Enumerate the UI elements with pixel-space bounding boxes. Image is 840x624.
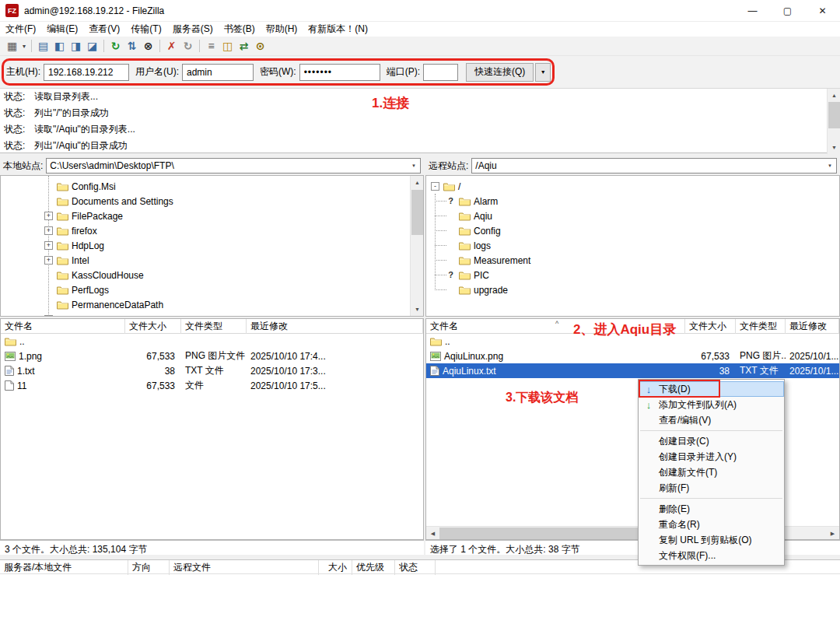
queue-column-header[interactable]: 状态 — [395, 560, 436, 575]
tree-item[interactable]: PerfLogs — [1, 282, 423, 297]
queue-column-header[interactable]: 优先级 — [352, 560, 395, 575]
tree-item[interactable]: logs — [426, 238, 839, 253]
context-menu-item[interactable]: 创建目录(C) — [639, 433, 784, 449]
password-input[interactable] — [299, 64, 380, 81]
refresh-icon[interactable]: ↻ — [107, 38, 124, 54]
local-site-combo[interactable]: C:\Users\admin\Desktop\FTP\ ▼ — [46, 158, 421, 174]
file-row[interactable]: 1.png67,533PNG 图片文件2025/10/10 17:4... — [1, 349, 423, 363]
disconnect-icon[interactable]: ✗ — [163, 38, 180, 54]
file-row[interactable]: AqiuLinux.txt38TXT 文件2025/10/1... — [426, 363, 839, 378]
menubar-item[interactable]: 查看(V) — [83, 23, 125, 36]
toggle-transfer-queue-icon[interactable]: ◪ — [84, 38, 100, 54]
tree-item[interactable]: Config — [426, 223, 839, 238]
column-header[interactable]: 文件名 — [1, 319, 125, 334]
context-menu-item[interactable]: 文件权限(F)... — [639, 548, 784, 563]
log-scroll-thumb[interactable] — [828, 102, 840, 128]
tree-expand-plus[interactable]: + — [44, 256, 53, 265]
column-header[interactable]: 最近修改 — [786, 319, 839, 334]
file-row[interactable]: 1167,533文件2025/10/10 17:5... — [1, 378, 423, 393]
column-header[interactable]: 文件大小 — [125, 319, 181, 334]
toggle-remote-tree-icon[interactable]: ◨ — [68, 38, 84, 54]
menubar-item[interactable]: 帮助(H) — [261, 23, 303, 36]
menubar-item[interactable]: 传输(T) — [125, 23, 166, 36]
log-scrollbar[interactable]: ▲ ▼ — [827, 89, 840, 154]
quickconnect-dropdown[interactable]: ▼ — [535, 63, 551, 82]
file-row[interactable]: AqiuLinux.png67,533PNG 图片...2025/10/1... — [426, 349, 839, 363]
tree-item[interactable]: +firefox — [1, 223, 423, 238]
queue-column-header[interactable]: 大小 — [319, 560, 352, 575]
tree-item[interactable]: Measurement — [426, 253, 839, 268]
tree-expand-plus[interactable]: + — [44, 226, 53, 235]
tree-item[interactable]: ?Alarm — [426, 194, 839, 209]
tree-item[interactable]: KassCloudHouse — [1, 268, 423, 282]
column-header[interactable]: 文件类型 — [181, 319, 247, 334]
column-header[interactable]: 最近修改 — [247, 319, 423, 334]
process-queue-icon[interactable]: ⇅ — [124, 38, 140, 54]
queue-column-header[interactable]: 服务器/本地文件 — [0, 560, 128, 575]
file-type: PNG 图片... — [736, 349, 786, 363]
port-input[interactable] — [423, 64, 458, 81]
tree-item[interactable]: PermanenceDataPath — [1, 297, 423, 312]
remote-site-combo[interactable]: /Aqiu ▼ — [471, 158, 837, 174]
queue-column-header[interactable]: 方向 — [128, 560, 170, 575]
tree-expand-plus[interactable]: + — [44, 315, 53, 317]
chevron-down-icon[interactable]: ▼ — [408, 159, 420, 173]
tree-item[interactable]: Config.Msi — [1, 179, 423, 194]
scroll-down-icon[interactable]: ▼ — [828, 141, 840, 154]
host-input[interactable] — [44, 64, 129, 81]
synchronized-browsing-icon[interactable]: ⇄ — [236, 38, 252, 54]
tree-item[interactable]: +Intel — [1, 253, 423, 268]
minimize-button[interactable]: — — [735, 0, 770, 22]
context-menu-item[interactable]: 复制 URL 到剪贴板(O) — [639, 532, 784, 548]
tree-item[interactable]: +FilePackage — [1, 209, 423, 223]
dropdown-caret-icon[interactable]: ▾ — [20, 43, 28, 50]
tree-expand-plus[interactable]: + — [44, 212, 53, 220]
maximize-button[interactable]: ▢ — [770, 0, 805, 22]
column-header[interactable]: 文件大小 — [685, 319, 736, 334]
context-menu-item[interactable]: 刷新(F) — [639, 480, 784, 496]
context-menu-item[interactable]: 删除(E) — [639, 501, 784, 517]
tree-item[interactable]: +Program Files — [1, 312, 423, 317]
column-header[interactable]: 文件类型 — [736, 319, 786, 334]
context-menu-item[interactable]: 重命名(R) — [639, 517, 784, 532]
column-header-label: 最近修改 — [250, 321, 288, 331]
tree-expand-plus[interactable]: + — [44, 241, 53, 250]
tree-item[interactable]: ?PIC — [426, 268, 839, 282]
toggle-local-tree-icon[interactable]: ◧ — [51, 38, 68, 54]
username-input[interactable] — [182, 64, 254, 81]
file-name-cell: AqiuLinux.png — [426, 349, 685, 363]
file-row[interactable]: 1.txt38TXT 文件2025/10/10 17:3... — [1, 363, 423, 378]
quickconnect-button[interactable]: 快速连接(Q) — [466, 63, 534, 82]
menubar-item[interactable]: 有新版本！(N) — [303, 23, 373, 36]
reconnect-icon[interactable]: ↻ — [180, 38, 196, 54]
tree-item[interactable]: Documents and Settings — [1, 194, 423, 209]
site-manager-icon[interactable]: ▦ — [4, 38, 20, 54]
toolbar-separator — [31, 40, 32, 52]
tree-item[interactable]: Aqiu — [426, 209, 839, 223]
tree-item[interactable]: +HdpLog — [1, 238, 423, 253]
compare-directories-icon[interactable]: ◫ — [219, 38, 236, 54]
tree-item[interactable]: upgrade — [426, 282, 839, 297]
context-menu-item[interactable]: 创建新文件(T) — [639, 464, 784, 480]
scroll-up-icon[interactable]: ▲ — [828, 89, 840, 102]
file-row[interactable]: .. — [1, 334, 423, 349]
toggle-message-log-icon[interactable]: ▤ — [35, 38, 51, 54]
scroll-right-icon[interactable]: ▶ — [826, 527, 839, 540]
find-files-icon[interactable]: ⊙ — [252, 38, 268, 54]
tree-expand-minus[interactable]: - — [431, 182, 439, 191]
scroll-left-icon[interactable]: ◀ — [426, 527, 439, 540]
context-menu-item[interactable]: 查看/编辑(V) — [639, 412, 784, 428]
menubar-item[interactable]: 书签(B) — [219, 23, 261, 36]
menubar-item[interactable]: 文件(F) — [0, 23, 41, 36]
tree-item[interactable]: -/ — [426, 179, 839, 194]
context-menu-item[interactable]: ↓添加文件到队列(A) — [639, 397, 784, 412]
menubar-item[interactable]: 服务器(S) — [167, 23, 219, 36]
context-menu-item[interactable]: ↓下载(D) — [639, 381, 784, 397]
chevron-down-icon[interactable]: ▼ — [824, 159, 836, 173]
close-button[interactable]: ✕ — [805, 0, 840, 22]
context-menu-item[interactable]: 创建目录并进入(Y) — [639, 449, 784, 464]
menubar-item[interactable]: 编辑(E) — [41, 23, 83, 36]
cancel-icon[interactable]: ⊗ — [140, 38, 156, 54]
queue-column-header[interactable]: 远程文件 — [170, 560, 319, 575]
directory-listing-filters-icon[interactable]: ≡ — [203, 38, 219, 54]
